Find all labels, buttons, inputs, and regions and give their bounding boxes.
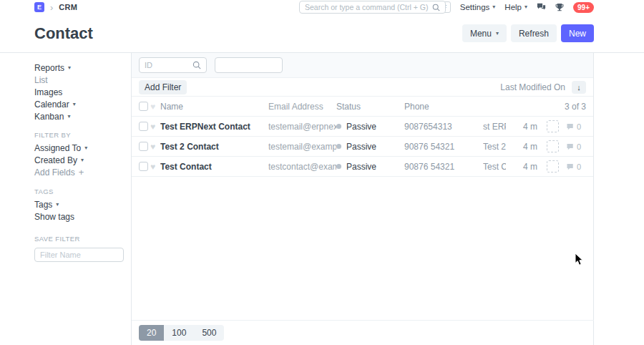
page-size-selector: 20 100 500 xyxy=(139,325,224,341)
sort-direction-button[interactable]: ↓ xyxy=(572,81,586,94)
list-footer: 20 100 500 xyxy=(132,320,594,345)
row-checkbox[interactable] xyxy=(139,122,148,131)
sidebar-item-label: List xyxy=(34,75,48,85)
notification-badge[interactable]: 99+ xyxy=(573,2,594,13)
table-row: ♥ Test 2 Contact testemail@example.… Pas… xyxy=(132,137,593,157)
sidebar-item-calendar[interactable]: Calendar ▾ xyxy=(34,98,124,110)
status-indicator: Passive xyxy=(336,142,404,152)
filter-action-row: Add Filter Last Modified On ↓ xyxy=(132,78,593,97)
contact-name-link[interactable]: Test 2 Contact xyxy=(160,142,268,152)
page-size-100[interactable]: 100 xyxy=(164,325,194,341)
breadcrumb[interactable]: CRM xyxy=(59,3,77,11)
menu-button[interactable]: Menu ▾ xyxy=(462,24,507,42)
heart-icon: ♥ xyxy=(150,102,160,111)
chevron-down-icon: ▾ xyxy=(56,202,59,208)
sidebar-item-label: Created By xyxy=(34,155,77,165)
field-filter-input[interactable] xyxy=(220,61,277,69)
result-count: 3 of 3 xyxy=(483,102,586,112)
refresh-button-label: Refresh xyxy=(519,29,549,39)
chevron-down-icon: ▾ xyxy=(73,102,76,107)
sidebar-tags[interactable]: Tags ▾ xyxy=(34,198,124,210)
sidebar-assigned-to[interactable]: Assigned To ▾ xyxy=(34,142,124,154)
search-icon xyxy=(432,4,440,11)
new-button[interactable]: New xyxy=(561,24,594,42)
trophy-icon[interactable] xyxy=(555,3,564,12)
sidebar-item-label: Calendar xyxy=(34,99,69,110)
chevron-down-icon: ▾ xyxy=(84,145,87,151)
app-logo[interactable]: E xyxy=(34,2,44,12)
filter-name-input[interactable] xyxy=(34,248,124,262)
sidebar-item-label: Assigned To xyxy=(34,143,81,153)
comment-count: 0 xyxy=(566,162,586,171)
id-filter-input[interactable] xyxy=(145,61,192,69)
list-header-row: ♥ Name Email Address Status Phone 3 of 3 xyxy=(132,97,593,117)
contact-title-tag: Test 2 Contact xyxy=(483,142,506,152)
assign-button[interactable] xyxy=(547,140,559,152)
status-label: Passive xyxy=(346,122,376,132)
contact-phone: 9087654313 xyxy=(404,122,483,132)
contact-email: testcontact@exampl… xyxy=(268,162,336,172)
contact-email: testemail@example.… xyxy=(268,142,336,152)
contact-name-link[interactable]: Test ERPNext Contact xyxy=(160,122,268,132)
add-filter-button[interactable]: Add Filter xyxy=(139,80,187,94)
sidebar-item-label: Add Fields xyxy=(34,167,75,178)
row-checkbox[interactable] xyxy=(139,142,148,151)
sort-area: Last Modified On ↓ xyxy=(500,81,586,94)
row-checkbox[interactable] xyxy=(139,162,148,171)
assign-button[interactable] xyxy=(547,160,559,172)
settings-menu[interactable]: Settings ▾ xyxy=(460,3,496,11)
contact-phone: 90876 54321 xyxy=(404,162,483,172)
sidebar-created-by[interactable]: Created By ▾ xyxy=(34,154,124,166)
page-actions: Menu ▾ Refresh New xyxy=(462,24,594,42)
top-navbar: E › CRM F Settings ▾ Help ▾ 99+ xyxy=(0,0,644,14)
arrow-down-icon: ↓ xyxy=(577,83,581,92)
global-search-input[interactable] xyxy=(305,3,432,11)
global-search xyxy=(299,1,446,14)
list-view: Add Filter Last Modified On ↓ ♥ Name Ema… xyxy=(132,53,594,345)
like-heart-icon[interactable]: ♥ xyxy=(150,162,160,171)
settings-label: Settings xyxy=(460,3,490,11)
chevron-right-icon: › xyxy=(50,3,53,12)
sidebar-item-images[interactable]: Images xyxy=(34,86,124,98)
help-menu[interactable]: Help ▾ xyxy=(504,3,527,11)
chevron-down-icon: ▾ xyxy=(68,65,71,71)
sidebar-item-kanban[interactable]: Kanban ▾ xyxy=(34,110,124,122)
chevron-down-icon: ▾ xyxy=(492,4,495,10)
sidebar-item-reports[interactable]: Reports ▾ xyxy=(34,62,124,74)
sidebar-item-label: Reports xyxy=(34,63,64,73)
save-filter-heading: SAVE FILTER xyxy=(34,235,124,243)
navbar-right: F Settings ▾ Help ▾ 99+ xyxy=(439,1,594,13)
modified-ago: 4 m xyxy=(516,142,537,152)
sort-by-label[interactable]: Last Modified On xyxy=(500,82,565,92)
sidebar-add-fields[interactable]: Add Fields + xyxy=(34,166,124,178)
status-indicator: Passive xyxy=(336,122,404,132)
page-size-500[interactable]: 500 xyxy=(194,325,224,341)
field-filter xyxy=(215,57,283,73)
refresh-button[interactable]: Refresh xyxy=(511,24,557,42)
status-label: Passive xyxy=(346,142,376,152)
help-label: Help xyxy=(504,3,522,11)
chat-icon[interactable] xyxy=(537,3,546,11)
contact-phone: 90876 54321 xyxy=(404,142,483,152)
like-heart-icon[interactable]: ♥ xyxy=(150,122,160,131)
contact-name-link[interactable]: Test Contact xyxy=(160,162,268,172)
list-sidebar: Reports ▾ List Images Calendar ▾ Kanban … xyxy=(0,53,132,345)
assign-button[interactable] xyxy=(547,120,559,132)
page-title: Contact xyxy=(34,24,93,43)
id-filter xyxy=(139,57,207,73)
select-all-checkbox[interactable] xyxy=(139,102,148,111)
page-size-20[interactable]: 20 xyxy=(139,325,164,341)
comment-count-value: 0 xyxy=(577,122,581,131)
filter-search-row xyxy=(132,53,593,78)
sidebar-item-list[interactable]: List xyxy=(34,74,124,86)
sidebar-item-label: Kanban xyxy=(34,112,64,122)
comment-count-value: 0 xyxy=(577,162,581,171)
sidebar-show-tags[interactable]: Show tags xyxy=(34,210,124,223)
new-button-label: New xyxy=(569,29,586,39)
modified-ago: 4 m xyxy=(516,162,537,172)
contact-title-tag: st ERPNext Contact xyxy=(483,122,506,132)
like-heart-icon[interactable]: ♥ xyxy=(150,142,160,151)
status-dot-icon xyxy=(336,124,341,129)
comment-count: 0 xyxy=(566,142,586,151)
column-header-phone: Phone xyxy=(404,102,483,112)
